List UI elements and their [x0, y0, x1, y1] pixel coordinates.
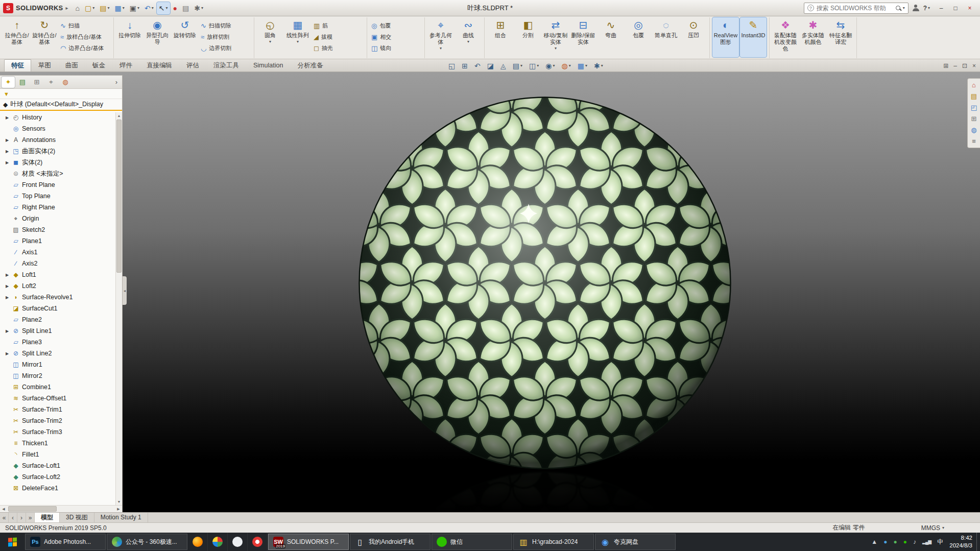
delete-keep-body-button[interactable]: ⊟删除/保留实体	[570, 17, 596, 57]
tree-item-Surface-Trim2[interactable]: ✂Surface-Trim2	[1, 415, 115, 426]
tree-item-Split Line2[interactable]: ▶⊘Split Line2	[1, 348, 115, 359]
dynamic-annotation-views-button[interactable]: ◬	[500, 62, 506, 70]
panel-splitter[interactable]: ◂	[123, 276, 127, 305]
expand-arrow-icon[interactable]: ▶	[5, 284, 10, 289]
design-library-button[interactable]: ▤	[971, 93, 977, 100]
tree-item-History[interactable]: ▶◴History	[1, 112, 115, 123]
taskbar-pinned-recorder-button[interactable]	[248, 533, 268, 551]
scroll-track[interactable]	[7, 506, 115, 512]
tray-ime-icon[interactable]: 中	[937, 539, 943, 545]
tree-item-Loft1[interactable]: ▶◆Loft1	[1, 269, 115, 280]
doc-tab-nav-1[interactable]: ‹	[9, 513, 17, 522]
expand-arrow-icon[interactable]: ▶	[5, 351, 10, 356]
model-sphere[interactable]	[357, 95, 732, 470]
tree-item-SurfaceCut1[interactable]: ◪SurfaceCut1	[1, 303, 115, 314]
tree-item-Plane1[interactable]: ▱Plane1	[1, 235, 115, 247]
print-button[interactable]: ▣▾	[128, 2, 141, 14]
maximize-button[interactable]: □	[948, 3, 963, 14]
expand-arrow-icon[interactable]: ▶	[5, 138, 10, 142]
intersect-button[interactable]: ▣相交	[370, 32, 422, 42]
tab-渲染工具[interactable]: 渲染工具	[206, 59, 246, 71]
taskbar-browser-360-window-button[interactable]: 公众号 - 360极速...	[107, 534, 187, 550]
home-button[interactable]: ⌂	[74, 2, 82, 14]
assembly-random-color-button[interactable]: ❖装配体随机改变颜色	[772, 17, 799, 57]
draft-button[interactable]: ◢拔模	[312, 32, 364, 42]
custom-properties-button[interactable]: ≡	[972, 138, 976, 145]
extruded-boss-button[interactable]: ↑拉伸凸台/基体	[4, 17, 30, 57]
help-button[interactable]: ? ▾	[923, 5, 930, 12]
instant3d-button[interactable]: ✎Instant3D	[740, 17, 767, 57]
expand-arrow-icon[interactable]: ▶	[5, 149, 10, 154]
tree-item-Origin[interactable]: ⌖Origin	[1, 213, 115, 224]
panel-expand-chevron-icon[interactable]: ›	[112, 78, 121, 86]
flex-button[interactable]: ∿弯曲	[597, 17, 624, 57]
lofted-cut-button[interactable]: ≈放样切割	[199, 32, 251, 42]
doc-tab-nav-2[interactable]: ›	[17, 513, 26, 522]
configurationmanager-tab-button[interactable]: ⊞	[30, 77, 43, 88]
taskbar-wechat-button[interactable]: 微信	[432, 534, 512, 550]
tray-network-icon[interactable]: ▂▄▆	[922, 540, 931, 544]
tree-horizontal-scrollbar[interactable]: ◀ ▶	[0, 505, 122, 512]
tree-item-Surface-Revolve1[interactable]: ▶◗Surface-Revolve1	[1, 292, 115, 303]
file-explorer-button[interactable]: ◰	[971, 104, 977, 111]
display-style-button[interactable]: ◫▾	[529, 62, 539, 70]
tree-item-Plane2[interactable]: ▱Plane2	[1, 314, 115, 325]
tree-item-材质 <未指定>[interactable]: ⊜材质 <未指定>	[1, 168, 115, 179]
start-button[interactable]	[0, 533, 25, 551]
view-orientation-button[interactable]: ▤▾	[513, 62, 522, 70]
featuremanager-tab-button[interactable]: ✦	[2, 77, 15, 88]
section-view-button[interactable]: ◪	[487, 62, 494, 70]
close-button[interactable]: ×	[963, 3, 977, 14]
doc-tab-模型[interactable]: 模型	[35, 513, 60, 522]
hide-show-items-button[interactable]: ◉▾	[545, 62, 555, 70]
extruded-cut-button[interactable]: ↓拉伸切除	[116, 17, 143, 57]
options-button[interactable]: ✱▾	[192, 2, 205, 14]
fillet-button[interactable]: ◵圆角▾	[257, 17, 283, 57]
appearances-button[interactable]: ◍	[971, 127, 976, 133]
tray-expand-icon[interactable]: ▲	[871, 539, 877, 545]
tree-item-Axis2[interactable]: ∕Axis2	[1, 258, 115, 269]
tree-filter-row[interactable]: ▼	[0, 89, 122, 99]
solidworks-resources-button[interactable]: ⌂	[972, 82, 976, 88]
feature-name-translate-button[interactable]: ⇆特征名翻译宏	[827, 17, 854, 57]
tree-item-DeleteFace1[interactable]: ⊠DeleteFace1	[1, 483, 115, 494]
curves-button[interactable]: ∾曲线▾	[455, 17, 482, 57]
search-icon[interactable]	[896, 6, 900, 10]
tree-item-Loft2[interactable]: ▶◆Loft2	[1, 280, 115, 292]
zoom-area-button[interactable]: ⊞	[462, 62, 468, 70]
revolved-boss-button[interactable]: ↻旋转凸台/基体	[31, 17, 58, 57]
tab-钣金[interactable]: 钣金	[85, 59, 112, 71]
tree-item-Mirror2[interactable]: ◫Mirror2	[1, 370, 115, 381]
boundary-boss-button[interactable]: ◠边界凸台/基体	[59, 43, 111, 54]
doc-restore-button[interactable]: ⊡	[962, 62, 967, 69]
tree-item-Surface-Loft2[interactable]: ◆Surface-Loft2	[1, 471, 115, 483]
zoom-fit-button[interactable]: ◱	[448, 62, 455, 70]
combine-button[interactable]: ⊞组合	[487, 17, 514, 57]
expand-arrow-icon[interactable]: ▶	[5, 295, 10, 300]
shell-button[interactable]: ◻抽壳	[312, 43, 364, 54]
tree-item-Surface-Loft1[interactable]: ◆Surface-Loft1	[1, 460, 115, 471]
tree-item-Sketch2[interactable]: ▨Sketch2	[1, 224, 115, 235]
tree-item-Front Plane[interactable]: ▱Front Plane	[1, 179, 115, 190]
statusbar-units[interactable]: MMGS ▾	[921, 524, 944, 532]
displaymanager-tab-button[interactable]: ◍	[59, 77, 72, 88]
tree-item-Sensors[interactable]: ◎Sensors	[1, 123, 115, 134]
select-button[interactable]: ↖▾	[157, 2, 170, 14]
wrap-2-button[interactable]: ◎包覆	[625, 17, 652, 57]
wrap-button[interactable]: ◎包覆	[370, 20, 422, 31]
tree-item-Combine1[interactable]: ⊞Combine1	[1, 381, 115, 393]
taskbar-clock[interactable]: 8:42 2024/8/3	[949, 534, 972, 549]
taskbar-pinned-360-safe-button[interactable]	[208, 533, 228, 551]
tree-root-item[interactable]: ◆ 叶球 (Default<<Default>_Display	[0, 99, 122, 111]
swept-boss-button[interactable]: ∿扫描	[59, 20, 111, 31]
filter-icon[interactable]: ▼	[4, 91, 9, 97]
help-search-box[interactable]: ? ▾	[804, 3, 909, 14]
tree-item-Surface-Trim1[interactable]: ✂Surface-Trim1	[1, 404, 115, 415]
edit-appearance-button[interactable]: ◍▾	[561, 62, 570, 70]
taskbar-solidworks-button[interactable]: SW2019SOLIDWORKS P...	[268, 534, 349, 550]
revolved-cut-button[interactable]: ↺旋转切除	[172, 17, 198, 57]
undo-button[interactable]: ↶▾	[142, 2, 156, 14]
file-properties-button[interactable]: ▤	[180, 2, 191, 14]
taskbar-pinned-capture-button[interactable]	[228, 533, 248, 551]
taskbar-pinned-browser-button[interactable]	[188, 533, 208, 551]
